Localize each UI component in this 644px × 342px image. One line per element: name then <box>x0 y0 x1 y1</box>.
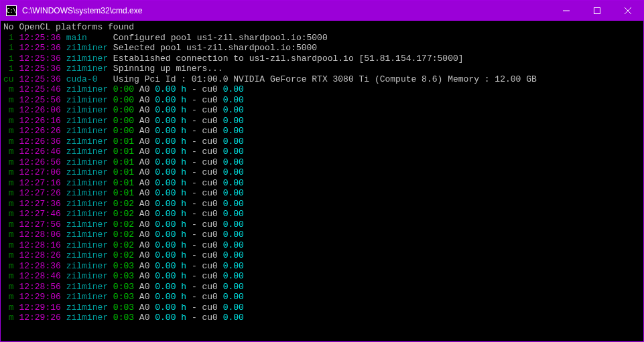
log-line-miner-7: m 12:26:56 zilminer 0:01 A0 0.00 h - cu0… <box>3 157 641 168</box>
log-line-miner-5: m 12:26:36 zilminer 0:01 A0 0.00 h - cu0… <box>3 137 641 147</box>
log-line-info-2: i 12:25:36 zilminer Established connecti… <box>3 54 641 64</box>
window-controls <box>551 1 643 21</box>
log-line-info-3: i 12:25:36 zilminer Spinning up miners..… <box>3 64 641 74</box>
svg-rect-1 <box>594 8 600 14</box>
minimize-button[interactable] <box>551 1 582 21</box>
log-line-intro: No OpenCL platforms found <box>3 22 641 33</box>
log-line-miner-14: m 12:28:06 zilminer 0:02 A0 0.00 h - cu0… <box>3 230 641 240</box>
log-line-cuda: cu 12:25:36 cuda-0 Using Pci Id : 01:00.… <box>3 74 641 85</box>
close-button[interactable] <box>613 1 643 21</box>
cmd-icon: C:\ <box>6 5 17 16</box>
log-line-miner-16: m 12:28:26 zilminer 0:02 A0 0.00 h - cu0… <box>3 250 641 261</box>
log-line-miner-6: m 12:26:46 zilminer 0:01 A0 0.00 h - cu0… <box>3 147 641 157</box>
log-line-miner-15: m 12:28:16 zilminer 0:02 A0 0.00 h - cu0… <box>3 240 641 251</box>
log-line-miner-9: m 12:27:16 zilminer 0:01 A0 0.00 h - cu0… <box>3 178 641 189</box>
log-line-info-0: i 12:25:36 main Configured pool us1-zil.… <box>3 33 641 44</box>
log-line-miner-0: m 12:25:46 zilminer 0:00 A0 0.00 h - cu0… <box>3 84 641 95</box>
log-line-miner-21: m 12:29:16 zilminer 0:03 A0 0.00 h - cu0… <box>3 303 641 313</box>
log-line-miner-12: m 12:27:46 zilminer 0:02 A0 0.00 h - cu0… <box>3 209 641 220</box>
log-line-miner-2: m 12:26:06 zilminer 0:00 A0 0.00 h - cu0… <box>3 105 641 116</box>
terminal-output[interactable]: No OpenCL platforms found i 12:25:36 mai… <box>1 21 643 341</box>
log-line-miner-11: m 12:27:36 zilminer 0:02 A0 0.00 h - cu0… <box>3 199 641 209</box>
log-line-miner-20: m 12:29:06 zilminer 0:03 A0 0.00 h - cu0… <box>3 292 641 303</box>
cmd-window: C:\ C:\WINDOWS\system32\cmd.exe No OpenC… <box>0 0 644 342</box>
log-line-miner-4: m 12:26:26 zilminer 0:00 A0 0.00 h - cu0… <box>3 126 641 137</box>
log-line-miner-3: m 12:26:16 zilminer 0:00 A0 0.00 h - cu0… <box>3 116 641 126</box>
log-line-info-1: i 12:25:36 zilminer Selected pool us1-zi… <box>3 43 641 54</box>
log-line-miner-22: m 12:29:26 zilminer 0:03 A0 0.00 h - cu0… <box>3 313 641 323</box>
window-title: C:\WINDOWS\system32\cmd.exe <box>22 6 551 15</box>
log-line-miner-1: m 12:25:56 zilminer 0:00 A0 0.00 h - cu0… <box>3 95 641 106</box>
log-line-miner-17: m 12:28:36 zilminer 0:03 A0 0.00 h - cu0… <box>3 261 641 272</box>
log-line-miner-8: m 12:27:06 zilminer 0:01 A0 0.00 h - cu0… <box>3 167 641 178</box>
log-line-miner-19: m 12:28:56 zilminer 0:03 A0 0.00 h - cu0… <box>3 282 641 292</box>
maximize-button[interactable] <box>582 1 613 21</box>
log-line-miner-13: m 12:27:56 zilminer 0:02 A0 0.00 h - cu0… <box>3 220 641 230</box>
log-line-miner-18: m 12:28:46 zilminer 0:03 A0 0.00 h - cu0… <box>3 271 641 282</box>
titlebar[interactable]: C:\ C:\WINDOWS\system32\cmd.exe <box>1 1 643 21</box>
log-line-miner-10: m 12:27:26 zilminer 0:01 A0 0.00 h - cu0… <box>3 188 641 199</box>
